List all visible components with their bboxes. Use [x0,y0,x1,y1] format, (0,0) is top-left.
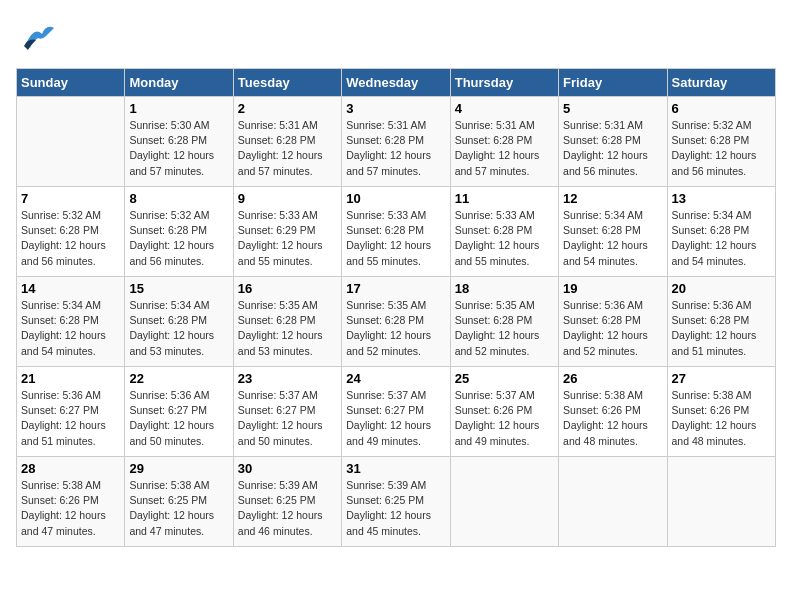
day-info: Sunrise: 5:38 AM Sunset: 6:26 PM Dayligh… [563,388,662,449]
day-number: 12 [563,191,662,206]
calendar-cell: 28Sunrise: 5:38 AM Sunset: 6:26 PM Dayli… [17,457,125,547]
calendar-cell [450,457,558,547]
calendar-cell: 24Sunrise: 5:37 AM Sunset: 6:27 PM Dayli… [342,367,450,457]
day-header-saturday: Saturday [667,69,775,97]
week-row-3: 14Sunrise: 5:34 AM Sunset: 6:28 PM Dayli… [17,277,776,367]
day-info: Sunrise: 5:34 AM Sunset: 6:28 PM Dayligh… [129,298,228,359]
day-number: 20 [672,281,771,296]
day-info: Sunrise: 5:31 AM Sunset: 6:28 PM Dayligh… [346,118,445,179]
week-row-5: 28Sunrise: 5:38 AM Sunset: 6:26 PM Dayli… [17,457,776,547]
week-row-4: 21Sunrise: 5:36 AM Sunset: 6:27 PM Dayli… [17,367,776,457]
day-info: Sunrise: 5:32 AM Sunset: 6:28 PM Dayligh… [672,118,771,179]
day-info: Sunrise: 5:36 AM Sunset: 6:28 PM Dayligh… [672,298,771,359]
day-number: 14 [21,281,120,296]
day-number: 28 [21,461,120,476]
calendar-cell: 8Sunrise: 5:32 AM Sunset: 6:28 PM Daylig… [125,187,233,277]
calendar-cell: 13Sunrise: 5:34 AM Sunset: 6:28 PM Dayli… [667,187,775,277]
day-number: 2 [238,101,337,116]
day-info: Sunrise: 5:34 AM Sunset: 6:28 PM Dayligh… [21,298,120,359]
day-number: 23 [238,371,337,386]
day-number: 3 [346,101,445,116]
day-number: 1 [129,101,228,116]
day-header-thursday: Thursday [450,69,558,97]
day-header-wednesday: Wednesday [342,69,450,97]
calendar-cell: 26Sunrise: 5:38 AM Sunset: 6:26 PM Dayli… [559,367,667,457]
calendar-cell: 29Sunrise: 5:38 AM Sunset: 6:25 PM Dayli… [125,457,233,547]
day-number: 10 [346,191,445,206]
day-info: Sunrise: 5:34 AM Sunset: 6:28 PM Dayligh… [563,208,662,269]
day-header-sunday: Sunday [17,69,125,97]
day-info: Sunrise: 5:37 AM Sunset: 6:27 PM Dayligh… [346,388,445,449]
day-number: 7 [21,191,120,206]
calendar-cell: 20Sunrise: 5:36 AM Sunset: 6:28 PM Dayli… [667,277,775,367]
day-number: 15 [129,281,228,296]
day-header-friday: Friday [559,69,667,97]
day-info: Sunrise: 5:36 AM Sunset: 6:28 PM Dayligh… [563,298,662,359]
week-row-1: 1Sunrise: 5:30 AM Sunset: 6:28 PM Daylig… [17,97,776,187]
day-info: Sunrise: 5:32 AM Sunset: 6:28 PM Dayligh… [21,208,120,269]
calendar-cell: 10Sunrise: 5:33 AM Sunset: 6:28 PM Dayli… [342,187,450,277]
day-info: Sunrise: 5:35 AM Sunset: 6:28 PM Dayligh… [346,298,445,359]
day-number: 31 [346,461,445,476]
day-number: 17 [346,281,445,296]
calendar-cell [559,457,667,547]
day-info: Sunrise: 5:33 AM Sunset: 6:29 PM Dayligh… [238,208,337,269]
header-row: SundayMondayTuesdayWednesdayThursdayFrid… [17,69,776,97]
calendar-cell: 4Sunrise: 5:31 AM Sunset: 6:28 PM Daylig… [450,97,558,187]
day-number: 27 [672,371,771,386]
day-number: 5 [563,101,662,116]
day-number: 29 [129,461,228,476]
day-number: 13 [672,191,771,206]
day-info: Sunrise: 5:36 AM Sunset: 6:27 PM Dayligh… [129,388,228,449]
calendar-cell: 15Sunrise: 5:34 AM Sunset: 6:28 PM Dayli… [125,277,233,367]
calendar-cell: 12Sunrise: 5:34 AM Sunset: 6:28 PM Dayli… [559,187,667,277]
calendar-cell: 2Sunrise: 5:31 AM Sunset: 6:28 PM Daylig… [233,97,341,187]
calendar-cell: 19Sunrise: 5:36 AM Sunset: 6:28 PM Dayli… [559,277,667,367]
calendar-cell: 21Sunrise: 5:36 AM Sunset: 6:27 PM Dayli… [17,367,125,457]
calendar-cell: 17Sunrise: 5:35 AM Sunset: 6:28 PM Dayli… [342,277,450,367]
day-info: Sunrise: 5:38 AM Sunset: 6:26 PM Dayligh… [21,478,120,539]
calendar-cell: 27Sunrise: 5:38 AM Sunset: 6:26 PM Dayli… [667,367,775,457]
day-number: 11 [455,191,554,206]
calendar-cell: 5Sunrise: 5:31 AM Sunset: 6:28 PM Daylig… [559,97,667,187]
calendar-cell: 14Sunrise: 5:34 AM Sunset: 6:28 PM Dayli… [17,277,125,367]
day-info: Sunrise: 5:35 AM Sunset: 6:28 PM Dayligh… [455,298,554,359]
day-info: Sunrise: 5:30 AM Sunset: 6:28 PM Dayligh… [129,118,228,179]
day-number: 25 [455,371,554,386]
calendar-cell: 3Sunrise: 5:31 AM Sunset: 6:28 PM Daylig… [342,97,450,187]
day-header-tuesday: Tuesday [233,69,341,97]
day-info: Sunrise: 5:33 AM Sunset: 6:28 PM Dayligh… [455,208,554,269]
day-info: Sunrise: 5:31 AM Sunset: 6:28 PM Dayligh… [455,118,554,179]
calendar-cell: 1Sunrise: 5:30 AM Sunset: 6:28 PM Daylig… [125,97,233,187]
day-number: 8 [129,191,228,206]
day-info: Sunrise: 5:38 AM Sunset: 6:25 PM Dayligh… [129,478,228,539]
calendar-cell: 23Sunrise: 5:37 AM Sunset: 6:27 PM Dayli… [233,367,341,457]
page-header [16,16,776,60]
logo-icon [16,16,60,60]
calendar-table: SundayMondayTuesdayWednesdayThursdayFrid… [16,68,776,547]
day-number: 6 [672,101,771,116]
calendar-cell: 25Sunrise: 5:37 AM Sunset: 6:26 PM Dayli… [450,367,558,457]
day-info: Sunrise: 5:37 AM Sunset: 6:26 PM Dayligh… [455,388,554,449]
logo [16,16,64,60]
day-info: Sunrise: 5:31 AM Sunset: 6:28 PM Dayligh… [238,118,337,179]
day-number: 24 [346,371,445,386]
day-info: Sunrise: 5:33 AM Sunset: 6:28 PM Dayligh… [346,208,445,269]
day-number: 4 [455,101,554,116]
calendar-cell: 11Sunrise: 5:33 AM Sunset: 6:28 PM Dayli… [450,187,558,277]
day-info: Sunrise: 5:35 AM Sunset: 6:28 PM Dayligh… [238,298,337,359]
day-number: 21 [21,371,120,386]
day-header-monday: Monday [125,69,233,97]
calendar-cell [17,97,125,187]
day-number: 9 [238,191,337,206]
day-info: Sunrise: 5:37 AM Sunset: 6:27 PM Dayligh… [238,388,337,449]
calendar-cell: 6Sunrise: 5:32 AM Sunset: 6:28 PM Daylig… [667,97,775,187]
calendar-cell: 31Sunrise: 5:39 AM Sunset: 6:25 PM Dayli… [342,457,450,547]
calendar-cell: 7Sunrise: 5:32 AM Sunset: 6:28 PM Daylig… [17,187,125,277]
day-number: 19 [563,281,662,296]
day-number: 26 [563,371,662,386]
day-info: Sunrise: 5:39 AM Sunset: 6:25 PM Dayligh… [346,478,445,539]
calendar-cell: 18Sunrise: 5:35 AM Sunset: 6:28 PM Dayli… [450,277,558,367]
day-info: Sunrise: 5:34 AM Sunset: 6:28 PM Dayligh… [672,208,771,269]
week-row-2: 7Sunrise: 5:32 AM Sunset: 6:28 PM Daylig… [17,187,776,277]
